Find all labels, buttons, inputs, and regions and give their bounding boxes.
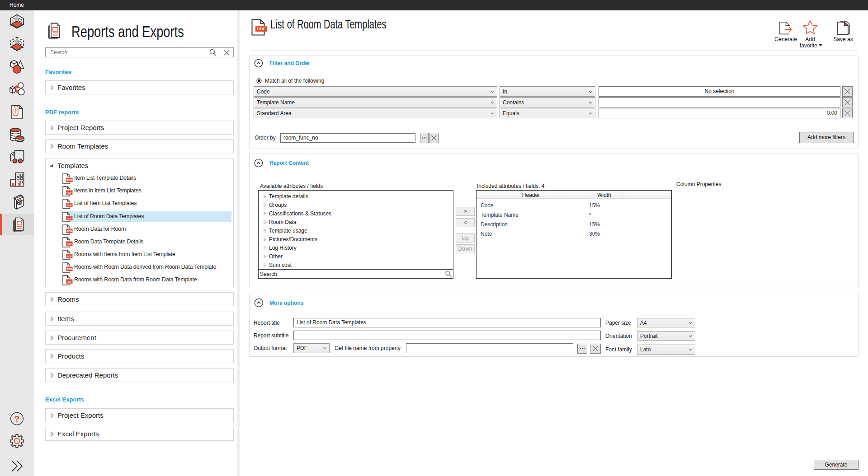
svg-text:PDF: PDF [66, 230, 72, 233]
svg-text:PDF: PDF [66, 268, 72, 271]
svg-text:PDF: PDF [66, 255, 72, 258]
svg-text:PDF: PDF [66, 191, 72, 194]
svg-text:PDF: PDF [257, 27, 266, 31]
svg-text:PDF: PDF [66, 217, 72, 219]
svg-text:PDF: PDF [66, 243, 72, 245]
svg-text:PDF: PDF [66, 204, 72, 207]
svg-text:?: ? [14, 414, 20, 424]
svg-text:PDF: PDF [66, 179, 72, 182]
svg-text:PDF: PDF [66, 280, 72, 283]
